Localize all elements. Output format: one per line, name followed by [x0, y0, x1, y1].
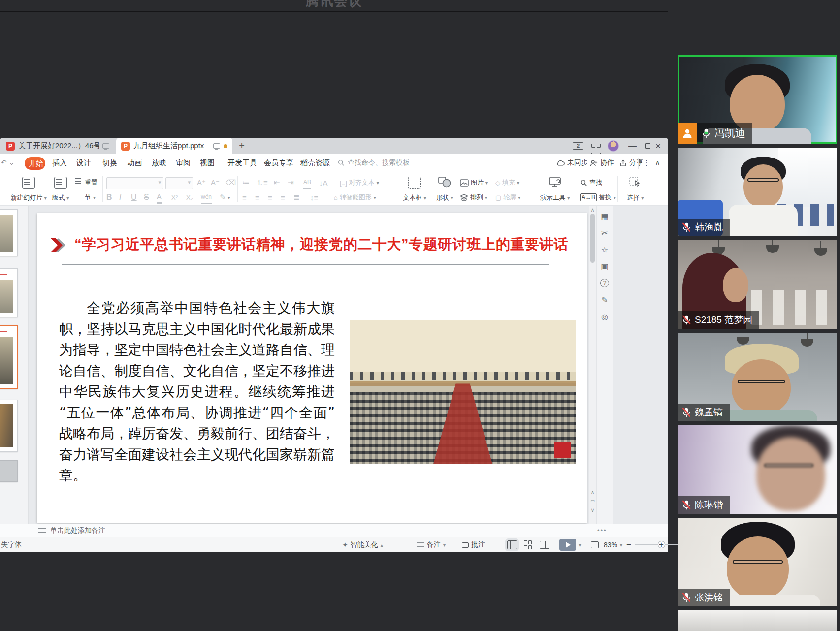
increase-font-button[interactable]: A⁺ — [197, 176, 206, 189]
distribute-icon[interactable]: ≣ — [293, 191, 300, 204]
normal-view-button[interactable] — [507, 540, 517, 549]
numbered-list-icon[interactable]: ⒈≡ — [256, 176, 268, 189]
slide-thumbnail-3-selected[interactable] — [0, 325, 18, 389]
scroll-up-icon[interactable]: ∧ — [589, 207, 596, 213]
command-search-box[interactable]: 查找命令、搜索模板 — [338, 158, 410, 167]
strip-help-icon[interactable]: ? — [600, 279, 609, 287]
strip-library-icon[interactable]: ▣ — [596, 262, 613, 271]
replace-button[interactable]: A↔B 替换 ▾ — [580, 191, 616, 204]
picture-button[interactable]: 图片 ▾ — [460, 176, 488, 189]
participant-tile-3[interactable]: S2185 范梦园 — [678, 240, 837, 329]
notes-bar[interactable]: 单击此处添加备注 — [0, 524, 668, 537]
menu-insert[interactable]: 插入 — [52, 158, 67, 168]
tab-ppt-document-active[interactable]: P 九月组织生活ppt.pptx — [116, 138, 232, 154]
more-options-button[interactable]: ⋮ — [643, 158, 650, 167]
participant-tile-5[interactable]: 陈琳锴 — [678, 425, 837, 514]
align-text-button[interactable]: [≡] 对齐文本 ▾ — [340, 176, 379, 189]
strip-edit-icon[interactable]: ✎ — [596, 295, 613, 305]
slide-thumbnail-panel[interactable] — [0, 206, 29, 524]
user-avatar[interactable] — [608, 140, 619, 152]
bullet-list-icon[interactable]: ≔ — [242, 176, 250, 189]
bold-button[interactable]: B — [106, 191, 112, 204]
participant-tile-1[interactable]: 冯凯迪 — [678, 55, 837, 144]
slide-thumbnail-5[interactable] — [0, 460, 18, 482]
decrease-font-button[interactable]: A⁻ — [211, 176, 220, 189]
slide-sorter-view-button[interactable] — [524, 540, 533, 549]
collaborate-button[interactable]: 协作 — [590, 158, 614, 167]
previous-slide-button[interactable]: ∧ — [589, 489, 596, 496]
collapse-ribbon-button[interactable]: ∧ — [655, 158, 660, 167]
reset-button[interactable]: 重置 — [74, 176, 97, 189]
vertical-text-icon[interactable]: ↓A — [319, 176, 328, 189]
shapes-button[interactable]: 形状 ▾ — [433, 175, 456, 204]
sync-status-button[interactable]: 未同步 — [556, 158, 588, 167]
font-name-combo[interactable] — [106, 177, 163, 189]
superscript-button[interactable]: X² — [171, 191, 178, 204]
decrease-indent-icon[interactable]: ⇤ — [274, 176, 280, 189]
align-center-icon[interactable]: ≡ — [255, 191, 259, 204]
menu-transition[interactable]: 切换 — [102, 158, 117, 168]
close-button[interactable]: × — [655, 138, 666, 154]
tab-pdf-document[interactable]: P 关于开展好2022...）46号）.pdf — [1, 138, 114, 154]
italic-button[interactable]: I — [119, 191, 121, 204]
zoom-in-button[interactable]: + — [659, 537, 664, 552]
undo-icon[interactable]: ↶ ⌄ — [1, 158, 14, 166]
slide-thumbnail-1[interactable] — [0, 209, 18, 256]
slide-canvas[interactable]: “学习习近平总书记重要讲话精神，迎接党的二十大”专题研讨班上的重要讲话 全党必须… — [37, 213, 587, 523]
strip-crop-icon[interactable]: ✂ — [596, 228, 613, 238]
text-direction-button[interactable]: AB — [303, 176, 311, 189]
text-box-button[interactable]: 文本框 ▾ — [400, 175, 429, 204]
notes-toggle-button[interactable]: 备注 ▾ — [417, 537, 446, 552]
increase-indent-icon[interactable]: ⇥ — [288, 176, 294, 189]
restore-button[interactable] — [642, 138, 653, 154]
subscript-button[interactable]: X₂ — [186, 191, 193, 204]
menu-review[interactable]: 审阅 — [176, 158, 191, 168]
select-button[interactable]: 选择 ▾ — [622, 175, 648, 204]
align-left-icon[interactable]: ≡ — [242, 191, 247, 204]
arrange-button[interactable]: 排列 ▾ — [460, 191, 487, 204]
align-right-icon[interactable]: ≡ — [268, 191, 272, 204]
strikethrough-button[interactable]: S — [144, 191, 149, 204]
menu-membership[interactable]: 会员专享 — [264, 158, 293, 168]
minimize-button[interactable]: — — [628, 138, 639, 154]
font-color-button[interactable]: A — [157, 191, 162, 204]
slideshow-button[interactable]: ▾ — [559, 537, 581, 552]
slide-thumbnail-4[interactable] — [0, 400, 18, 452]
smart-graphic-button[interactable]: ⌂ 转智能图形 ▾ — [334, 191, 376, 204]
new-tab-button[interactable]: + — [235, 140, 248, 153]
participant-tile-7-partial[interactable] — [678, 610, 837, 631]
pinyin-guide-button[interactable]: wén — [201, 191, 212, 204]
fill-button[interactable]: ◇ 填充 ▾ — [495, 176, 519, 189]
participant-tile-2[interactable]: 韩渔胤 — [678, 148, 837, 236]
justify-icon[interactable]: ≡ — [281, 191, 285, 204]
zoom-out-button[interactable]: − — [626, 537, 631, 552]
share-button[interactable]: 分享 — [619, 158, 643, 167]
menu-devtools[interactable]: 开发工具 — [227, 158, 257, 168]
menu-view[interactable]: 视图 — [200, 158, 215, 168]
smart-beautify-button[interactable]: ✦ 智能美化 ▴ — [342, 537, 383, 552]
participant-tile-6[interactable]: 张洪铭 — [678, 518, 837, 606]
scrollbar-thumb[interactable] — [590, 214, 595, 263]
participant-tile-4[interactable]: 魏孟镐 — [678, 333, 837, 421]
reading-view-button[interactable] — [540, 541, 549, 549]
menu-animation[interactable]: 动画 — [127, 158, 142, 168]
menu-design[interactable]: 设计 — [76, 158, 91, 168]
slide-thumbnail-2[interactable] — [0, 268, 18, 317]
new-slide-button[interactable]: 新建幻灯片 ▾ — [9, 175, 48, 204]
highlight-button[interactable]: ✎▾ — [220, 191, 230, 204]
line-spacing-icon[interactable]: ↕≡ — [310, 191, 318, 204]
font-size-combo[interactable] — [165, 177, 193, 189]
underline-button[interactable]: U — [131, 191, 137, 204]
fit-to-window-button[interactable] — [591, 537, 599, 552]
strip-play-settings-icon[interactable]: ▦ — [596, 212, 613, 221]
more-tools-icon[interactable]: ••• — [597, 527, 607, 534]
strip-favorites-icon[interactable]: ☆ — [596, 245, 613, 254]
window-switcher-button[interactable]: 2 — [573, 138, 585, 154]
next-slide-button[interactable]: ∨ — [589, 507, 596, 513]
find-button[interactable]: 查找 — [580, 176, 602, 189]
clear-format-icon[interactable]: ⌫ — [226, 176, 236, 189]
section-button[interactable]: 节 ▾ — [74, 191, 96, 204]
presentation-tools-button[interactable]: 演示工具 ▾ — [536, 175, 574, 204]
menu-templates[interactable]: 稻壳资源 — [300, 158, 330, 168]
menu-slideshow[interactable]: 放映 — [152, 158, 166, 168]
